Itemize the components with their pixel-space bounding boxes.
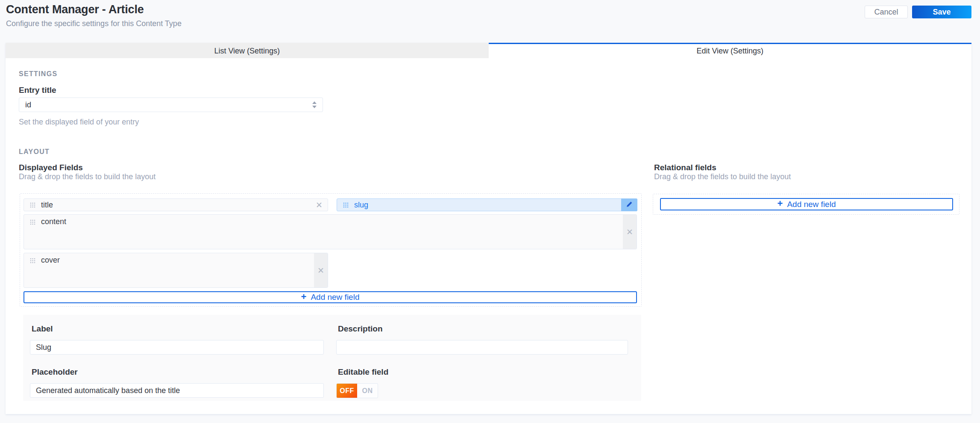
field-label: title: [41, 201, 53, 210]
label-input[interactable]: [30, 340, 324, 355]
stepper-down-icon: [312, 106, 317, 108]
editable-field-toggle[interactable]: OFF ON: [336, 383, 378, 398]
field-item-title[interactable]: title ✕: [23, 198, 328, 211]
stepper-up-icon: [312, 101, 317, 104]
description-field-group: Description: [336, 324, 628, 355]
toggle-off-button[interactable]: OFF: [337, 384, 357, 398]
remove-field-icon[interactable]: ✕: [626, 228, 633, 236]
remove-field-icon[interactable]: ✕: [317, 266, 324, 275]
toggle-on-button[interactable]: ON: [357, 384, 378, 398]
tab-edit-view-label: Edit View (Settings): [696, 47, 763, 56]
field-item-cover[interactable]: cover ✕: [23, 253, 328, 288]
page-header: Content Manager - Article Configure the …: [6, 0, 971, 28]
field-edit-panel: Label Description Placeholder Editable f…: [23, 315, 641, 401]
entry-title-selected-value: id: [25, 101, 31, 109]
entry-title-select[interactable]: id: [19, 98, 323, 112]
placeholder-field-label: Placeholder: [32, 367, 324, 377]
page-title: Content Manager - Article: [6, 0, 182, 16]
edit-field-button[interactable]: [621, 198, 637, 211]
drag-handle-icon[interactable]: [30, 202, 35, 208]
settings-section-title: SETTINGS: [19, 70, 57, 78]
field-label: slug: [354, 201, 368, 210]
entry-title-help-text: Set the displayed field of your entry: [19, 118, 139, 127]
add-field-label: Add new field: [787, 200, 836, 209]
field-row: title ✕ slug: [23, 198, 638, 211]
placeholder-input[interactable]: [30, 383, 324, 398]
add-displayed-field-button[interactable]: + Add new field: [23, 291, 637, 303]
drag-handle-icon[interactable]: [343, 202, 349, 208]
editable-field-group: Editable field OFF ON: [336, 367, 628, 398]
save-button[interactable]: Save: [912, 6, 971, 18]
field-item-content[interactable]: content ✕: [23, 214, 637, 249]
drag-handle-icon[interactable]: [30, 219, 35, 225]
tab-edit-view-settings[interactable]: Edit View (Settings): [489, 43, 972, 58]
placeholder-field-group: Placeholder: [30, 367, 324, 398]
select-stepper-icon: [312, 101, 317, 108]
add-field-label: Add new field: [311, 293, 359, 302]
entry-title-label: Entry title: [19, 86, 56, 95]
drag-handle-icon[interactable]: [30, 258, 35, 263]
displayed-fields-dropzone: title ✕ slug content ✕: [20, 193, 642, 307]
relational-fields-subtitle: Drag & drop the fields to build the layo…: [654, 172, 791, 181]
tab-list-view-label: List View (Settings): [214, 47, 280, 56]
cancel-button[interactable]: Cancel: [865, 6, 908, 18]
header-actions: Cancel Save: [865, 0, 971, 18]
remove-field-strip: ✕: [314, 253, 328, 287]
pencil-icon: [626, 201, 633, 209]
page-subtitle: Configure the specific settings for this…: [6, 19, 182, 28]
relational-fields-title: Relational fields: [654, 163, 716, 172]
tab-list-view-settings[interactable]: List View (Settings): [6, 43, 489, 58]
plus-icon: +: [778, 199, 783, 208]
relational-fields-dropzone: + Add new field: [653, 194, 959, 215]
plus-icon: +: [301, 292, 307, 302]
remove-field-icon[interactable]: ✕: [316, 201, 323, 209]
label-field-group: Label: [30, 324, 324, 355]
displayed-fields-subtitle: Drag & drop the fields to build the layo…: [19, 172, 156, 181]
displayed-fields-title: Displayed Fields: [19, 163, 83, 172]
description-input[interactable]: [336, 340, 628, 355]
add-relational-field-button[interactable]: + Add new field: [660, 198, 953, 210]
view-tabs: List View (Settings) Edit View (Settings…: [6, 43, 971, 58]
field-item-slug-selected[interactable]: slug: [337, 198, 637, 211]
settings-card: List View (Settings) Edit View (Settings…: [6, 43, 971, 414]
layout-section-title: LAYOUT: [19, 148, 50, 156]
editable-field-label: Editable field: [338, 367, 628, 377]
label-field-label: Label: [32, 324, 324, 334]
header-titles: Content Manager - Article Configure the …: [6, 0, 182, 28]
description-field-label: Description: [338, 324, 628, 334]
field-label: cover: [41, 256, 60, 265]
field-label: content: [41, 217, 66, 226]
remove-field-strip: ✕: [623, 215, 637, 249]
